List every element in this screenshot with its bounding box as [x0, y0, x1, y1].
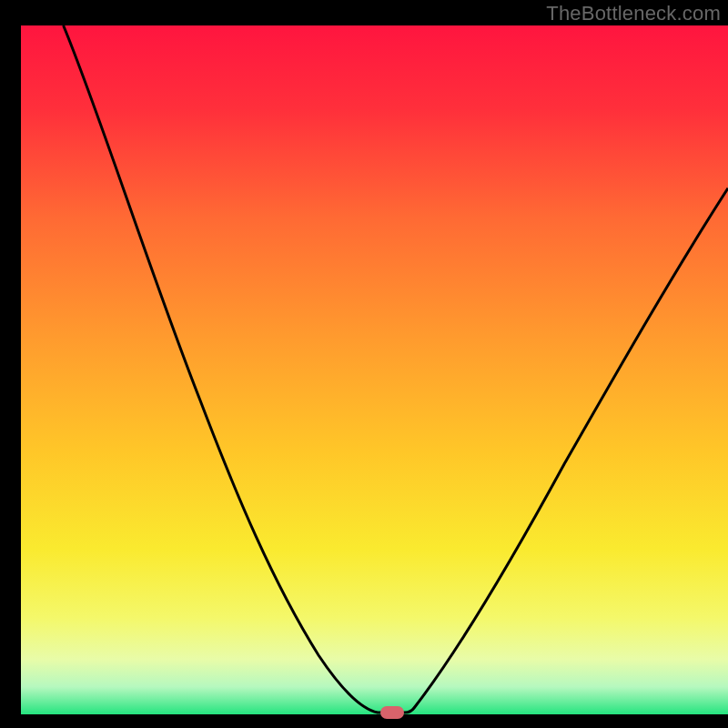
bottleneck-chart — [0, 0, 728, 728]
watermark-text: TheBottleneck.com — [546, 2, 721, 25]
gradient-background — [21, 25, 728, 714]
optimal-marker — [380, 706, 404, 719]
chart-frame: TheBottleneck.com — [0, 0, 728, 728]
